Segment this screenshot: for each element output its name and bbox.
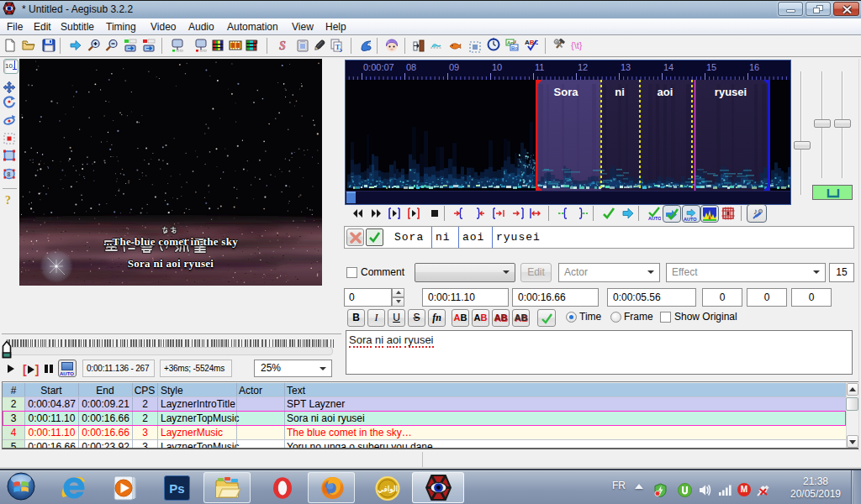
svg-text:14: 14	[663, 62, 673, 72]
svg-text:aoi: aoi	[658, 86, 673, 98]
svg-text:13: 13	[621, 62, 631, 72]
svg-text:ni: ni	[615, 86, 625, 98]
svg-text:S: S	[279, 39, 286, 52]
svg-text:Sora: Sora	[554, 86, 579, 98]
svg-text:8: 8	[8, 171, 11, 177]
svg-text:AUTO: AUTO	[648, 216, 661, 220]
svg-text:الوافي: الوافي	[378, 485, 398, 494]
svg-text:10: 10	[492, 62, 502, 72]
svg-text:T: T	[335, 43, 341, 51]
svg-text:15: 15	[706, 62, 716, 72]
svg-text:11: 11	[535, 62, 544, 72]
svg-text:16: 16	[749, 62, 759, 72]
svg-text:{\t}: {\t}	[571, 40, 583, 50]
svg-text:ABC: ABC	[525, 39, 538, 46]
svg-text:ryusei: ryusei	[715, 86, 747, 98]
svg-text:08: 08	[406, 62, 416, 72]
svg-text:09: 09	[449, 62, 459, 72]
svg-text:Bo: Bo	[511, 45, 518, 50]
svg-text:0:00:07: 0:00:07	[363, 62, 394, 72]
svg-text:12: 12	[578, 62, 588, 72]
